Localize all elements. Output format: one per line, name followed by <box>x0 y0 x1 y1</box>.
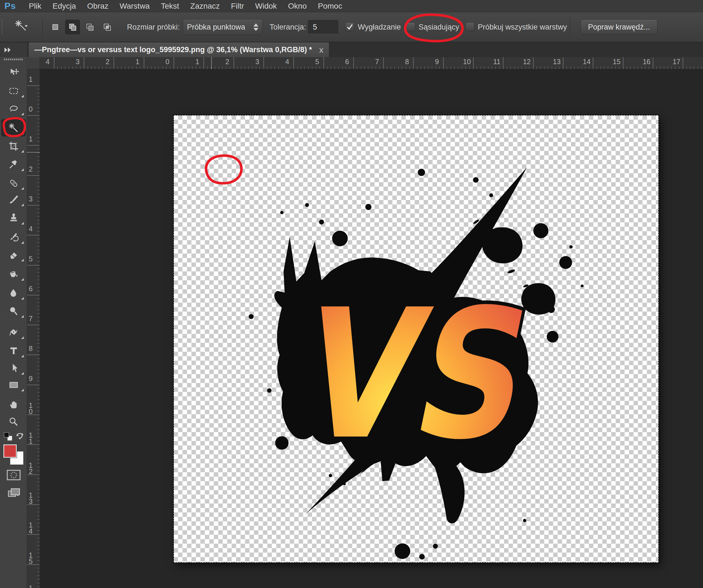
vertical-ruler[interactable]: 101234567891 01 11 21 31 41 51 <box>27 69 40 588</box>
tool-rectangle-shape[interactable] <box>1 376 26 393</box>
tool-spot-healing-brush[interactable] <box>1 174 26 192</box>
crop-icon <box>8 141 19 151</box>
flyout-triangle-icon <box>21 315 24 318</box>
tool-paint-bucket[interactable] <box>1 265 26 282</box>
intersect-selection-button[interactable] <box>100 20 114 34</box>
flyout-triangle-icon <box>21 113 24 115</box>
options-separator-2 <box>570 17 570 37</box>
flyout-triangle-icon <box>21 150 24 153</box>
menu-item-widok[interactable]: Widok <box>249 2 283 11</box>
tools-panel-header[interactable] <box>0 43 27 58</box>
blur-icon <box>8 288 19 298</box>
tool-history-brush[interactable] <box>1 229 26 246</box>
ruler-h-label: 10 <box>463 58 471 66</box>
document-canvas[interactable]: VS <box>174 115 658 563</box>
menu-item-obraz[interactable]: Obraz <box>81 2 114 11</box>
swap-colors-icon[interactable] <box>14 432 24 441</box>
panel-grip-icon <box>4 59 23 60</box>
ruler-h-label: 2 <box>226 58 229 66</box>
ruler-corner-box <box>27 57 40 69</box>
ruler-h-label: 9 <box>435 58 439 66</box>
contiguous-checkbox[interactable] <box>406 23 415 31</box>
magic-wand-icon <box>8 123 19 133</box>
tool-hand[interactable] <box>1 396 26 413</box>
ruler-h-label: 17 <box>673 58 680 66</box>
close-tab-icon[interactable]: x <box>319 46 323 54</box>
flyout-triangle-icon <box>21 259 24 261</box>
menu-item-warstwa[interactable]: Warstwa <box>114 2 155 11</box>
ruler-v-label: 1 3 <box>29 492 33 504</box>
menu-item-filtr[interactable]: Filtr <box>226 2 250 11</box>
tool-eraser[interactable] <box>1 246 26 263</box>
add-to-selection-button[interactable] <box>65 20 80 34</box>
tool-zoom[interactable] <box>1 413 26 430</box>
ruler-v-label: 7 <box>29 316 33 322</box>
menu-item-tekst[interactable]: Tekst <box>155 2 184 11</box>
subtract-from-selection-button[interactable] <box>83 20 97 34</box>
refine-edge-button[interactable]: Popraw krawędź... <box>580 19 657 34</box>
tool-rectangular-marquee[interactable] <box>1 82 26 99</box>
vs-logo-artwork: VS <box>174 115 658 563</box>
flyout-triangle-icon <box>21 132 24 135</box>
ruler-h-label: 13 <box>553 58 561 66</box>
eyedropper-icon <box>8 159 19 169</box>
tool-move[interactable] <box>1 64 26 81</box>
document-tab[interactable]: —Pngtree—vs or versus text logo_5995929.… <box>29 43 329 57</box>
ruler-h-label: 5 <box>315 58 319 66</box>
intersect-selection-icon <box>102 22 112 32</box>
ruler-v-label: 1 2 <box>29 462 33 475</box>
ruler-h-label: 6 <box>345 58 349 66</box>
sample-size-dropdown[interactable]: Próbka punktowa <box>183 19 262 35</box>
eraser-icon <box>8 250 19 260</box>
horizontal-ruler[interactable]: 432101234567891011121314151617 <box>27 57 703 69</box>
tool-blur[interactable] <box>1 284 26 302</box>
quick-mask-mode-icon[interactable] <box>7 470 21 480</box>
screen-mode-icon[interactable] <box>7 488 21 499</box>
menu-item-okno[interactable]: Okno <box>283 2 312 11</box>
checkmark-icon <box>346 23 353 31</box>
pen-icon <box>8 327 19 337</box>
tool-group-separator <box>3 394 24 394</box>
anti-alias-checkbox[interactable] <box>345 23 354 31</box>
tool-magic-wand[interactable] <box>1 119 26 137</box>
magic-wand-icon <box>14 19 31 35</box>
menu-item-zaznacz[interactable]: Zaznacz <box>185 2 226 11</box>
ruler-v-label: 9 <box>29 375 33 382</box>
menu-item-edycja[interactable]: Edycja <box>47 2 81 11</box>
lasso-icon <box>8 103 19 113</box>
default-colors-icon[interactable] <box>4 432 9 437</box>
ruler-v-label: 1 1 <box>29 432 33 444</box>
tool-crop[interactable] <box>1 137 26 155</box>
tolerance-input[interactable] <box>308 20 338 34</box>
tool-clone-stamp[interactable] <box>1 209 26 227</box>
menu-bar: Ps PlikEdycjaObrazWarstwaTekstZaznaczFil… <box>0 0 703 12</box>
menu-item-plik[interactable]: Plik <box>23 2 47 11</box>
tool-path-selection[interactable] <box>1 359 26 376</box>
ruler-h-label: 4 <box>285 58 289 66</box>
ruler-h-label: 15 <box>613 58 621 66</box>
tool-brush[interactable] <box>1 191 26 208</box>
ruler-h-label: 4 <box>46 58 50 66</box>
tool-type[interactable] <box>1 342 26 359</box>
tool-lasso[interactable] <box>1 100 26 117</box>
move-icon <box>8 68 19 78</box>
canvas-pane: VS <box>40 69 703 588</box>
rectangular-marquee-icon <box>8 86 19 96</box>
paint-bucket-icon <box>8 269 19 279</box>
ruler-h-label: 0 <box>165 58 169 66</box>
tool-pen[interactable] <box>1 324 26 341</box>
ruler-h-label: 14 <box>583 58 591 66</box>
foreground-color-swatch[interactable] <box>3 444 17 458</box>
new-selection-icon <box>51 22 60 32</box>
ruler-h-label: 16 <box>643 58 650 66</box>
tool-preset-picker[interactable] <box>14 19 31 35</box>
mouse-position-indicator-v <box>27 152 40 153</box>
mouse-position-indicator-h <box>211 57 212 69</box>
menu-item-pomoc[interactable]: Pomoc <box>312 2 348 11</box>
photoshop-window: Ps PlikEdycjaObrazWarstwaTekstZaznaczFil… <box>0 0 703 588</box>
tool-eyedropper[interactable] <box>1 156 26 173</box>
sample-all-layers-checkbox[interactable] <box>466 23 474 31</box>
new-selection-button[interactable] <box>48 20 63 34</box>
tool-dodge[interactable] <box>1 303 26 320</box>
ruler-v-label: 4 <box>29 226 33 232</box>
